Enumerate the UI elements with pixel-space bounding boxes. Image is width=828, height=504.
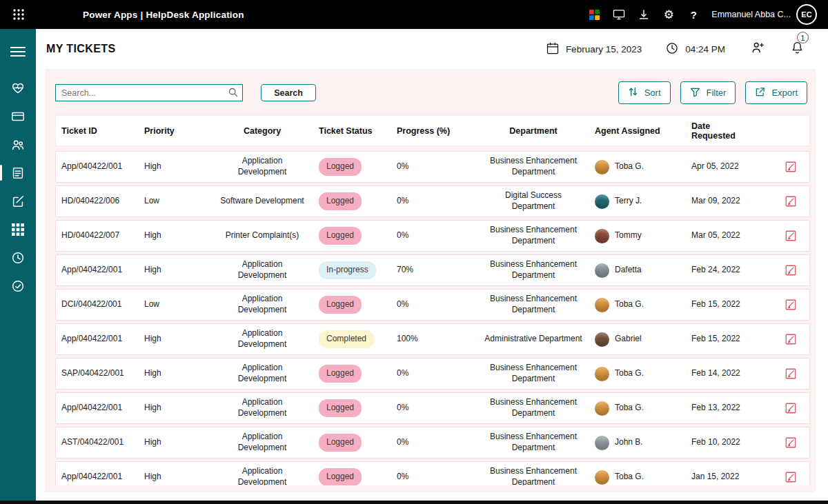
card-icon[interactable] — [0, 102, 36, 130]
filter-button[interactable]: Filter — [680, 81, 736, 104]
notification-badge: 1 — [797, 32, 809, 43]
progress: 0% — [391, 192, 477, 210]
col-ticket-status[interactable]: Ticket Status — [313, 121, 391, 141]
priority: High — [139, 434, 211, 452]
col-progress[interactable]: Progress (%) — [391, 121, 477, 141]
filter-label: Filter — [707, 88, 727, 98]
avatar — [595, 367, 609, 381]
download-icon[interactable] — [631, 4, 656, 25]
status-badge: In-progress — [319, 261, 376, 279]
table-row[interactable]: DCI/040422/001LowApplication Development… — [55, 289, 810, 321]
screen-share-icon[interactable] — [607, 4, 631, 25]
toolbar: Search Sort Filter — [55, 81, 810, 104]
heart-pulse-icon[interactable] — [0, 74, 36, 102]
date-requested: Feb 15, 2022 — [686, 330, 762, 348]
col-agent-assigned[interactable]: Agent Assigned — [589, 121, 686, 141]
agent-name: Toba G. — [615, 368, 644, 379]
agent-name: Toba G. — [615, 161, 644, 172]
search-button[interactable]: Search — [261, 84, 316, 101]
time-text: 04:24 PM — [685, 44, 725, 54]
bottom-bar — [0, 501, 828, 504]
edit-button[interactable] — [783, 297, 798, 312]
status-cell: Completed — [313, 327, 391, 352]
agent-cell: Toba G. — [589, 363, 686, 385]
table-row[interactable]: App/040422/001HighApplication Developmen… — [55, 254, 810, 286]
status-cell: Logged — [313, 361, 391, 386]
edit-button[interactable] — [783, 470, 798, 485]
user-avatar[interactable]: EC — [796, 4, 817, 25]
help-icon[interactable]: ? — [681, 4, 706, 25]
edit-button[interactable] — [783, 159, 798, 174]
edit-button[interactable] — [783, 332, 798, 347]
sidebar — [0, 29, 36, 501]
power-platform-icon[interactable] — [582, 4, 607, 25]
col-date-requested[interactable]: Date Requested — [686, 116, 762, 146]
check-circle-icon[interactable] — [0, 272, 36, 300]
settings-gear-icon[interactable]: ⚙ — [656, 4, 681, 25]
edit-button[interactable] — [783, 263, 798, 278]
agent-name: Dafetta — [615, 265, 642, 276]
table-row[interactable]: App/040422/001HighApplication Developmen… — [55, 151, 810, 183]
main-area: MY TICKETS February 15, 2023 04:24 PM — [36, 29, 828, 501]
table-row[interactable]: App/040422/001HighApplication Developmen… — [55, 461, 810, 485]
page-header: MY TICKETS February 15, 2023 04:24 PM — [45, 29, 816, 69]
status-badge: Logged — [319, 434, 362, 452]
category: Application Development — [211, 290, 313, 319]
table-row[interactable]: SAP/040422/001HighApplication Developmen… — [55, 358, 810, 390]
category: Application Development — [211, 428, 313, 456]
edit-button[interactable] — [783, 401, 798, 416]
edit-button[interactable] — [783, 435, 798, 450]
notification-bell[interactable]: 1 — [790, 40, 805, 58]
col-ticket-id[interactable]: Ticket ID — [56, 121, 139, 141]
table-row[interactable]: App/040422/001HighApplication Developmen… — [55, 323, 810, 355]
status-badge: Logged — [319, 365, 362, 383]
date-requested: Mar 09, 2022 — [686, 192, 762, 210]
status-badge: Logged — [319, 296, 362, 314]
col-priority[interactable]: Priority — [139, 121, 211, 141]
edit-button[interactable] — [783, 194, 798, 209]
table-row[interactable]: HD/040422/007HighPrinter Complaint(s)Log… — [55, 220, 810, 252]
export-label: Export — [771, 88, 798, 98]
people-icon[interactable] — [0, 130, 36, 159]
ticket-id: HD/040422/006 — [56, 192, 139, 210]
ticket-id: App/040422/001 — [56, 158, 139, 176]
priority: Low — [139, 192, 211, 210]
status-badge: Logged — [319, 399, 362, 417]
progress: 70% — [391, 261, 477, 279]
edit-button[interactable] — [783, 228, 798, 243]
apps-grid-icon[interactable] — [0, 215, 36, 243]
col-category[interactable]: Category — [211, 121, 313, 141]
department: Business Enhancement Department — [477, 221, 589, 250]
table-row[interactable]: App/040422/001HighApplication Developmen… — [55, 392, 810, 424]
ticket-id: App/040422/001 — [56, 330, 139, 348]
waffle-icon[interactable] — [8, 4, 29, 25]
export-button[interactable]: Export — [745, 81, 807, 104]
user-name[interactable]: Emmanuel Abba C... — [711, 10, 791, 19]
history-icon[interactable] — [0, 243, 36, 272]
tickets-list-icon[interactable] — [0, 159, 36, 187]
status-cell: Logged — [313, 223, 391, 248]
avatar — [595, 298, 609, 312]
sort-icon — [628, 86, 638, 99]
avatar — [595, 194, 609, 209]
ticket-id: DCI/040422/001 — [56, 296, 139, 314]
col-department[interactable]: Department — [477, 121, 589, 141]
edit-cell — [762, 363, 809, 385]
agent-cell: Dafetta — [589, 260, 686, 281]
date-display: February 15, 2023 — [546, 41, 642, 57]
menu-icon[interactable] — [0, 37, 36, 65]
department: Administrative Department — [477, 330, 589, 348]
date-requested: Apr 05, 2022 — [686, 158, 762, 176]
table-row[interactable]: HD/040422/006LowSoftware DevelopmentLogg… — [55, 185, 810, 217]
table-row[interactable]: AST/040422/001HighApplication Developmen… — [55, 427, 810, 458]
add-person-icon[interactable] — [750, 41, 765, 57]
edit-button[interactable] — [783, 366, 798, 381]
priority: High — [139, 158, 211, 176]
table-actions: Sort Filter Export — [618, 81, 810, 104]
agent-cell: Toba G. — [589, 157, 686, 178]
sort-button[interactable]: Sort — [618, 81, 671, 104]
date-requested: Feb 14, 2022 — [686, 365, 762, 383]
compose-icon[interactable] — [0, 187, 36, 215]
search-input[interactable] — [56, 85, 242, 101]
status-cell: Logged — [313, 154, 391, 179]
